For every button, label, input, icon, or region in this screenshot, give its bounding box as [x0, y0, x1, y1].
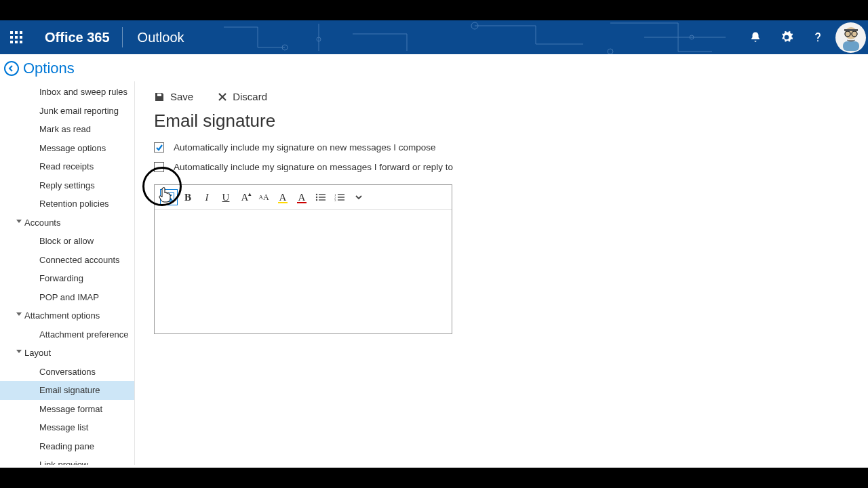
content-panel: Save Discard Email signature Automatical…: [135, 81, 868, 465]
nav-item[interactable]: Attachment preference: [0, 325, 134, 344]
highlight-button[interactable]: A: [274, 189, 292, 205]
svg-rect-25: [338, 194, 344, 195]
svg-rect-21: [319, 197, 326, 197]
nav-item[interactable]: Forwarding: [0, 269, 134, 288]
discard-button[interactable]: Discard: [218, 91, 267, 102]
chevron-down-icon: [355, 193, 363, 201]
image-icon: [163, 192, 174, 202]
auto-include-new-label: Automatically include my signature on ne…: [174, 142, 435, 152]
number-list-icon: 123: [334, 192, 345, 202]
font-color-button[interactable]: A: [293, 189, 311, 205]
bold-button[interactable]: B: [179, 189, 197, 205]
svg-rect-0: [10, 31, 13, 34]
app-name-label[interactable]: Outlook: [123, 30, 199, 45]
svg-rect-6: [10, 41, 13, 43]
number-list-button[interactable]: 123: [331, 189, 349, 205]
svg-point-18: [316, 194, 317, 195]
bullet-list-icon: [315, 192, 326, 202]
svg-rect-12: [844, 29, 858, 31]
app-launcher-button[interactable]: [0, 20, 33, 54]
sidebar[interactable]: Inbox and sweep rules Junk email reporti…: [0, 81, 135, 465]
svg-rect-19: [319, 194, 326, 195]
auto-include-reply-label: Automatically include my signature on me…: [174, 162, 453, 172]
settings-button[interactable]: [771, 20, 802, 54]
svg-rect-5: [20, 36, 22, 39]
svg-text:3: 3: [334, 199, 336, 202]
auto-include-new-row: Automatically include my signature on ne…: [154, 142, 849, 152]
svg-rect-1: [15, 31, 18, 34]
nav-item[interactable]: Read receipts: [0, 157, 134, 176]
nav-item[interactable]: Mark as read: [0, 120, 134, 139]
font-size-small-button[interactable]: AA: [255, 189, 273, 205]
options-title: Options: [23, 60, 75, 77]
auto-include-reply-row: Automatically include my signature on me…: [154, 162, 849, 172]
nav-item[interactable]: POP and IMAP: [0, 288, 134, 307]
help-button[interactable]: [802, 20, 833, 54]
nav-item-email-signature[interactable]: Email signature: [0, 381, 134, 400]
bell-icon: [749, 31, 762, 43]
insert-image-button[interactable]: [160, 189, 178, 205]
svg-point-10: [845, 27, 857, 39]
italic-button[interactable]: I: [198, 189, 216, 205]
brand-label[interactable]: Office 365: [33, 30, 122, 45]
svg-point-9: [817, 40, 818, 41]
nav-item[interactable]: Conversations: [0, 363, 134, 382]
svg-rect-29: [338, 199, 344, 200]
nav-item[interactable]: Message list: [0, 418, 134, 437]
nav-item[interactable]: Retention policies: [0, 195, 134, 214]
nav-group-attachment[interactable]: Attachment options: [0, 306, 134, 325]
more-formatting-button[interactable]: [350, 189, 368, 205]
editor-toolbar: B I U A▴ AA A A 123: [155, 185, 452, 210]
top-bar: Office 365 Outlook: [0, 20, 868, 54]
nav-item[interactable]: Junk email reporting: [0, 102, 134, 121]
svg-rect-11: [843, 41, 859, 51]
notifications-button[interactable]: [740, 20, 771, 54]
nav-item[interactable]: Reading pane: [0, 437, 134, 456]
svg-point-17: [170, 195, 172, 197]
nav-item[interactable]: Block or allow: [0, 232, 134, 251]
nav-item[interactable]: Connected accounts: [0, 251, 134, 270]
nav-group-layout[interactable]: Layout: [0, 344, 134, 363]
svg-rect-7: [15, 41, 18, 43]
back-button[interactable]: [4, 61, 19, 76]
nav-item[interactable]: Message format: [0, 400, 134, 419]
svg-rect-27: [338, 197, 344, 197]
page-title: Email signature: [154, 110, 849, 131]
svg-rect-2: [20, 31, 22, 34]
svg-rect-8: [20, 41, 22, 43]
underline-button[interactable]: U: [217, 189, 235, 205]
close-icon: [218, 92, 227, 102]
save-icon: [154, 92, 165, 102]
signature-textarea[interactable]: [155, 210, 452, 333]
bullet-list-button[interactable]: [312, 189, 330, 205]
nav-item[interactable]: Message options: [0, 139, 134, 158]
save-button[interactable]: Save: [154, 91, 193, 102]
svg-rect-3: [10, 36, 13, 39]
svg-point-22: [316, 199, 317, 201]
arrow-left-icon: [7, 64, 16, 73]
signature-editor: B I U A▴ AA A A 123: [154, 184, 452, 334]
svg-marker-16: [165, 197, 173, 201]
font-size-button[interactable]: A▴: [236, 189, 254, 205]
nav-item[interactable]: Reply settings: [0, 176, 134, 195]
options-header: Options: [0, 54, 868, 81]
help-icon: [812, 31, 824, 43]
nav-item[interactable]: Inbox and sweep rules: [0, 83, 134, 102]
nav-item[interactable]: Link preview: [0, 455, 134, 465]
svg-rect-4: [15, 36, 18, 39]
svg-rect-23: [319, 199, 326, 200]
avatar-image: [837, 24, 865, 51]
auto-include-new-checkbox[interactable]: [154, 142, 164, 152]
auto-include-reply-checkbox[interactable]: [154, 162, 164, 172]
avatar[interactable]: [835, 22, 866, 53]
gear-icon: [780, 30, 793, 44]
nav-group-accounts[interactable]: Accounts: [0, 214, 134, 232]
waffle-icon: [10, 31, 22, 43]
svg-point-20: [316, 197, 317, 198]
